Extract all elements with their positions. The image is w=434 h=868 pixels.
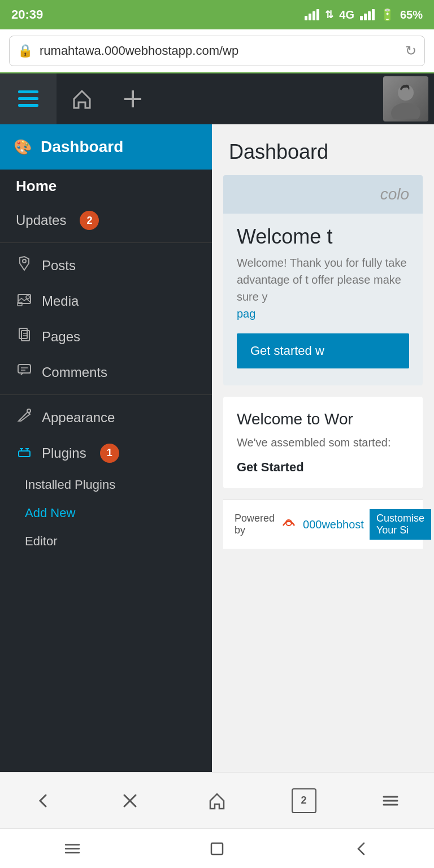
welcome-wp-title: Welcome to Wor: [237, 410, 409, 428]
sidebar-item-appearance[interactable]: Appearance: [0, 400, 212, 435]
welcome-card: colo Welcome t Welcome! Thank you for fu…: [223, 175, 423, 385]
plugins-label: Plugins: [42, 445, 86, 461]
arrows-icon: ⇅: [325, 8, 333, 21]
pages-icon: [16, 327, 33, 346]
appearance-icon: [16, 407, 33, 427]
customise-text: Customise Your Si: [370, 509, 431, 540]
updates-label: Updates: [16, 212, 66, 228]
browser-address-bar: 🔒 rumahtawa.000webhostapp.com/wp ↻: [0, 29, 434, 73]
battery-level: 65%: [400, 8, 423, 21]
signal-icon-2: [360, 9, 375, 20]
page-title: Dashboard: [212, 124, 434, 175]
welcome-title: Welcome t: [223, 214, 423, 254]
welcome-card-header: colo: [223, 175, 423, 214]
4g-label: 4G: [339, 8, 354, 21]
sidebar-item-updates[interactable]: Updates 2: [0, 203, 212, 238]
svg-rect-18: [19, 451, 30, 457]
url-text: rumahtawa.000webhostapp.com/wp: [40, 44, 398, 58]
right-panel: Dashboard colo Welcome t Welcome! Thank …: [212, 124, 434, 772]
signal-icon: [305, 9, 319, 20]
get-started-label: Get Started: [237, 460, 409, 475]
media-icon: [16, 291, 33, 311]
browser-home-button[interactable]: [194, 781, 240, 821]
welcome-wp-text: We've assembled som started:: [237, 434, 409, 451]
svg-rect-13: [18, 364, 31, 373]
welcome-body-text: Welcome! Thank you for fully take advant…: [237, 257, 407, 303]
home-button[interactable]: [57, 73, 107, 124]
welcome-text: Welcome! Thank you for fully take advant…: [223, 254, 423, 333]
plugins-badge: 1: [100, 444, 119, 463]
system-back-button[interactable]: [339, 832, 384, 866]
battery-icon: 🔋: [380, 8, 394, 21]
pages-label: Pages: [42, 329, 80, 345]
status-bar: 20:39 ⇅ 4G 🔋 65%: [0, 0, 434, 29]
editor-label: Editor: [25, 534, 57, 548]
posts-label: Posts: [42, 258, 76, 274]
webhost-text: 000webhost: [303, 518, 364, 531]
home-label: Home: [16, 177, 57, 195]
main-content: 🎨 Dashboard Home Updates 2 Posts: [0, 124, 434, 772]
comments-icon: [16, 362, 33, 382]
svg-point-16: [27, 409, 31, 413]
hamburger-menu-button[interactable]: [0, 73, 57, 124]
svg-point-3: [391, 103, 420, 119]
lock-icon: 🔒: [18, 44, 33, 58]
media-label: Media: [42, 293, 79, 309]
avatar[interactable]: [383, 76, 428, 121]
sidebar-subitem-installed-plugins[interactable]: Installed Plugins: [0, 471, 212, 499]
system-nav: [0, 828, 434, 868]
welcome-header-text: colo: [380, 185, 409, 203]
browser-bottom-nav: 2: [0, 772, 434, 828]
browser-close-button[interactable]: [107, 781, 153, 821]
tabs-count: 2: [292, 788, 316, 813]
sidebar-item-home[interactable]: Home: [0, 170, 212, 203]
url-bar[interactable]: 🔒 rumahtawa.000webhostapp.com/wp ↻: [9, 36, 425, 66]
reload-icon[interactable]: ↻: [405, 43, 416, 59]
plus-icon: [121, 88, 144, 110]
appearance-label: Appearance: [42, 410, 115, 426]
webhost-logo: [280, 514, 297, 535]
dashboard-icon: 🎨: [14, 138, 32, 156]
svg-point-6: [26, 296, 29, 299]
sidebar-item-posts[interactable]: Posts: [0, 248, 212, 283]
sidebar-item-media[interactable]: Media: [0, 283, 212, 319]
get-started-button[interactable]: Get started w: [237, 333, 409, 368]
divider-2: [0, 394, 212, 395]
wp-toolbar: [0, 73, 434, 124]
system-home-button[interactable]: [194, 832, 240, 866]
svg-point-4: [23, 259, 26, 263]
sidebar-subitem-add-new[interactable]: Add New: [0, 499, 212, 527]
hamburger-icon: [18, 90, 38, 107]
browser-tabs-button[interactable]: 2: [281, 781, 327, 821]
welcome-link[interactable]: pag: [237, 307, 255, 320]
avatar-image: [383, 76, 428, 121]
welcome-wp-card: Welcome to Wor We've assembled som start…: [223, 397, 423, 488]
system-menu-button[interactable]: [50, 832, 95, 866]
plugins-icon: [16, 443, 33, 463]
webhost-banner: Powered by 000webhost Customise Your Si: [223, 500, 423, 549]
time-display: 20:39: [11, 7, 43, 22]
sidebar-subitem-editor[interactable]: Editor: [0, 527, 212, 555]
installed-plugins-label: Installed Plugins: [25, 478, 115, 492]
add-new-button[interactable]: [107, 73, 158, 124]
posts-icon: [16, 255, 33, 275]
home-icon: [70, 86, 94, 111]
updates-badge: 2: [80, 211, 99, 230]
divider-1: [0, 242, 212, 243]
sidebar-dashboard-header[interactable]: 🎨 Dashboard: [0, 124, 212, 170]
add-new-label: Add New: [25, 506, 75, 520]
dashboard-label: Dashboard: [41, 138, 123, 156]
browser-back-button[interactable]: [21, 781, 66, 821]
sidebar-item-plugins[interactable]: Plugins 1: [0, 435, 212, 471]
svg-rect-32: [211, 843, 223, 854]
powered-by-text: Powered by: [235, 513, 275, 536]
sidebar-item-pages[interactable]: Pages: [0, 319, 212, 354]
status-icons: ⇅ 4G 🔋 65%: [305, 8, 423, 21]
sidebar: 🎨 Dashboard Home Updates 2 Posts: [0, 124, 212, 772]
sidebar-item-comments[interactable]: Comments: [0, 354, 212, 390]
comments-label: Comments: [42, 364, 107, 380]
browser-menu-button[interactable]: [368, 781, 413, 821]
